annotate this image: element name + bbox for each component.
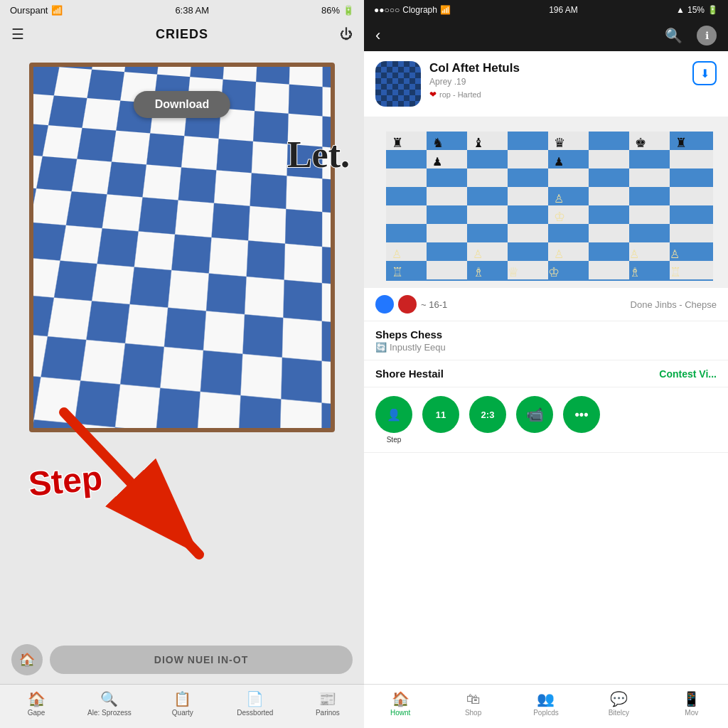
user-circle-more[interactable]: ••• <box>563 396 600 444</box>
mov-icon: 📱 <box>682 690 700 707</box>
svg-text:♜: ♜ <box>392 136 403 150</box>
svg-text:♝: ♝ <box>473 136 484 150</box>
svg-rect-29 <box>467 187 508 205</box>
chess-screenshot: ♜ ♞ ♝ ♛ ♚ ♜ ♟ ♟ ♙ ♔ ♙ ♙ ♙ ♙ ♙ ♖ ♗ <box>364 117 728 288</box>
svg-text:♙: ♙ <box>392 248 402 260</box>
bottom-icon-symbol: 🏠 <box>19 652 35 668</box>
svg-rect-19 <box>386 168 427 187</box>
power-icon[interactable]: ⏻ <box>340 27 353 42</box>
user-circle-11[interactable]: 11 <box>422 396 459 444</box>
app-download-button[interactable]: ⬇ <box>692 61 717 85</box>
info-button[interactable]: ℹ <box>697 26 717 46</box>
right-time: 196 AM <box>549 5 578 15</box>
svg-rect-24 <box>589 168 629 187</box>
svg-rect-26 <box>670 168 713 187</box>
chess-board-container <box>29 63 335 432</box>
nav-item-quarty[interactable]: 📋 Quarty <box>161 690 204 717</box>
svg-rect-23 <box>548 168 589 187</box>
nav-item-gape[interactable]: 🏠 Gape <box>15 690 58 717</box>
svg-rect-8 <box>589 132 629 150</box>
user-circle-step[interactable]: 👤 Step <box>375 396 412 444</box>
svg-text:♙: ♙ <box>629 248 639 260</box>
right-carrier: Clograph <box>402 5 437 15</box>
shore-hestail-title: Shore Hestail <box>375 368 444 380</box>
battery-icon: 🔋 <box>343 5 354 16</box>
download-arrow-icon: ⬇ <box>700 67 710 80</box>
svg-text:♗: ♗ <box>629 265 641 279</box>
right-nav-hownt[interactable]: 🏠 Hownt <box>379 690 422 717</box>
right-nav-bitelcy[interactable]: 💬 Bitelcy <box>597 690 640 717</box>
contest-link[interactable]: Contest Vi... <box>659 368 717 380</box>
nav-item-parinos[interactable]: 📰 Parinos <box>306 690 349 717</box>
circle-avatar-video: 📹 <box>516 396 553 433</box>
right-bottom-nav: 🏠 Hownt 🛍 Shop 👥 Poplcds 💬 Bitelcy 📱 Mov <box>364 684 728 728</box>
svg-rect-60 <box>427 261 467 279</box>
right-status-left: ●●○○○ Clograph 📶 <box>374 5 451 15</box>
app-stats-row: ~ 16-1 Done Jinbs - Chepse <box>364 288 728 321</box>
app-header: Col Aftet Hetuls Aprey .19 ❤ rop - Harte… <box>364 51 728 117</box>
right-nav-poplcds[interactable]: 👥 Poplcds <box>525 690 567 717</box>
svg-rect-56 <box>589 242 629 261</box>
left-bottom-nav: 🏠 Gape 🔍 Ale: Sprozess 📋 Quarty 📄 Dessbo… <box>0 684 364 728</box>
search-button[interactable]: 🔍 <box>665 27 682 44</box>
right-battery-area: ▲ 15% 🔋 <box>676 5 718 15</box>
svg-rect-25 <box>629 168 670 187</box>
bitelcy-icon: 💬 <box>610 690 628 707</box>
step-text: Step <box>27 459 104 504</box>
back-button[interactable]: ‹ <box>375 26 380 45</box>
left-bottom-area: 🏠 DIOW NUEI IN-OT <box>0 636 364 684</box>
svg-rect-30 <box>508 187 548 205</box>
rating-text: rop - Harted <box>439 90 481 99</box>
dessborted-label: Dessborted <box>237 709 273 717</box>
parinos-label: Parinos <box>316 709 340 717</box>
svg-rect-48 <box>589 224 629 242</box>
circle-avatar-step: 👤 <box>375 396 412 433</box>
svg-text:♛: ♛ <box>554 136 565 150</box>
circle-avatar-23: 2:3 <box>469 396 506 433</box>
let-text: Let. <box>287 134 350 176</box>
nav-item-dessborted[interactable]: 📄 Dessborted <box>234 690 277 717</box>
circle-avatar-more: ••• <box>563 396 600 433</box>
user-circle-23[interactable]: 2:3 <box>469 396 506 444</box>
wifi-icon: 📶 <box>51 5 63 16</box>
svg-rect-38 <box>508 205 548 224</box>
svg-rect-34 <box>670 187 713 205</box>
left-header-title: CRIEDS <box>156 27 208 42</box>
svg-rect-47 <box>548 224 589 242</box>
svg-text:♟: ♟ <box>554 156 564 168</box>
app-icon <box>375 61 421 107</box>
battery-info: 86% 🔋 <box>321 5 354 16</box>
svg-rect-49 <box>629 224 670 242</box>
right-signal-icon: ▲ <box>676 5 685 15</box>
bottom-action-button[interactable]: DIOW NUEI IN-OT <box>50 646 353 674</box>
svg-rect-21 <box>467 168 508 187</box>
poplcds-icon: 👥 <box>537 690 555 707</box>
right-nav-shop[interactable]: 🛍 Shop <box>452 691 495 717</box>
menu-icon[interactable]: ☰ <box>11 26 24 43</box>
sheps-chess-title: Sheps Chess <box>375 328 717 341</box>
hownt-label: Hownt <box>390 709 410 717</box>
svg-rect-20 <box>427 168 467 187</box>
user-circle-video[interactable]: 📹 <box>516 396 553 444</box>
right-panel: ●●○○○ Clograph 📶 196 AM ▲ 15% 🔋 ‹ 🔍 ℹ Co… <box>364 0 728 728</box>
hownt-icon: 🏠 <box>392 690 410 707</box>
svg-rect-37 <box>467 205 508 224</box>
battery-pct: 86% <box>321 5 340 16</box>
right-status-bar: ●●○○○ Clograph 📶 196 AM ▲ 15% 🔋 <box>364 0 728 20</box>
circle-avatar-11: 11 <box>422 396 459 433</box>
app-store-content: Col Aftet Hetuls Aprey .19 ❤ rop - Harte… <box>364 51 728 684</box>
quarty-label: Quarty <box>172 709 193 717</box>
svg-rect-18 <box>670 150 713 168</box>
svg-rect-11 <box>386 150 427 168</box>
nav-item-sprozess[interactable]: 🔍 Ale: Sprozess <box>87 690 132 717</box>
svg-rect-17 <box>629 150 670 168</box>
avatar-2 <box>398 295 417 314</box>
download-button[interactable]: Download <box>134 91 230 118</box>
right-nav-mov[interactable]: 📱 Mov <box>670 690 713 717</box>
refresh-icon: 🔄 <box>375 342 387 353</box>
svg-text:♚: ♚ <box>635 136 646 150</box>
svg-rect-50 <box>670 224 713 242</box>
app-sub: Aprey .19 <box>429 77 684 87</box>
svg-rect-16 <box>589 150 629 168</box>
svg-text:♙: ♙ <box>670 248 680 260</box>
